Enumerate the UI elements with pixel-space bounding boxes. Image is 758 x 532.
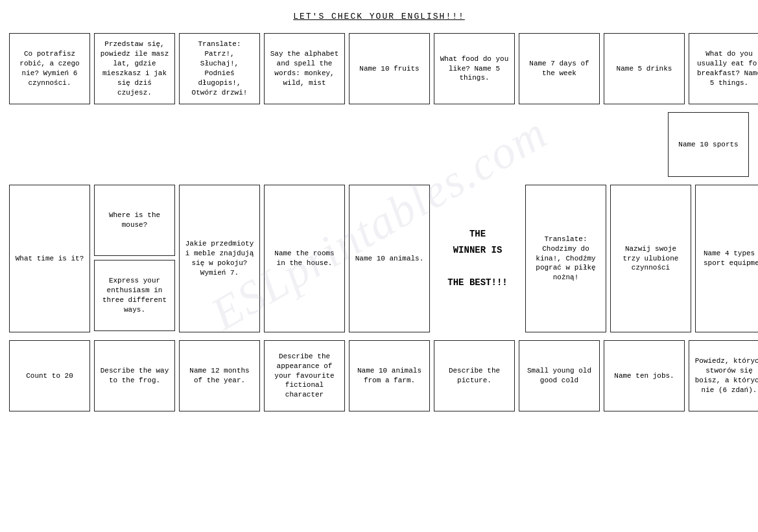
row-4: Count to 20 Describe the way to the frog…: [9, 340, 749, 411]
cell-r4c4: Describe the appearance of your favourit…: [264, 340, 345, 411]
cell-r3c8: Nazwij swoje trzy ulubione czynności: [610, 185, 691, 332]
cell-r3c5: Name 10 animals.: [349, 185, 430, 332]
cell-r4c2: Describe the way to the frog.: [94, 340, 175, 411]
cell-r3c2a: Where is the mouse?: [94, 185, 175, 256]
cell-r1c2: Przedstaw się, powiedz ile masz lat, gdz…: [94, 33, 175, 104]
cell-r1c1: Co potrafisz robić, a czego nie? Wymień …: [9, 33, 90, 104]
cell-r4c3: Name 12 months of the year.: [179, 340, 260, 411]
cell-r4c5: Name 10 animals from a farm.: [349, 340, 430, 411]
cell-r1c4: Say the alphabet and spell the words: mo…: [264, 33, 345, 104]
cell-r1c3: Translate: Patrz!, Słuchaj!, Podnieś dłu…: [179, 33, 260, 104]
cell-r4c8: Name ten jobs.: [604, 340, 685, 411]
cell-r3c2b: Express your enthusiasm in three differe…: [94, 260, 175, 331]
cell-r3c9: Name 4 types of sport equipment: [695, 185, 758, 332]
page-title: LET'S CHECK YOUR ENGLISH!!!: [0, 0, 758, 28]
cell-r1c7: Name 7 days of the week: [519, 33, 600, 104]
cell-r3c4: Name the rooms in the house.: [264, 185, 345, 332]
cell-r1c6: What food do you like? Name 5 things.: [434, 33, 515, 104]
cell-r3c7: Translate: Chodzimy do kina!, Chodźmy po…: [525, 185, 606, 332]
row-1: Co potrafisz robić, a czego nie? Wymień …: [9, 33, 749, 104]
cell-r2c1: Name 10 sports: [668, 112, 749, 177]
row-3: What time is it? Where is the mouse? Exp…: [9, 185, 749, 332]
cell-r3c1: What time is it?: [9, 185, 90, 332]
winner-cell: THEWINNER ISTHE BEST!!!: [434, 185, 521, 332]
cell-r4c7: Small young old good cold: [519, 340, 600, 411]
cell-group-r3c2: Where is the mouse? Express your enthusi…: [94, 185, 175, 331]
row-2: Name 10 sports: [9, 112, 749, 177]
cell-r1c9: What do you usually eat for breakfast? N…: [689, 33, 758, 104]
cell-r4c9: Powiedz, których stworów się boisz, a kt…: [689, 340, 758, 411]
cell-r1c8: Name 5 drinks: [604, 33, 685, 104]
game-board: ESLprintables.com Co potrafisz robić, a …: [0, 28, 758, 419]
cell-r4c6: Describe the picture.: [434, 340, 515, 411]
cell-r3c3: Jakie przedmioty i meble znajdują się w …: [179, 185, 260, 332]
cell-r1c5: Name 10 fruits: [349, 33, 430, 104]
cell-r4c1: Count to 20: [9, 340, 90, 411]
